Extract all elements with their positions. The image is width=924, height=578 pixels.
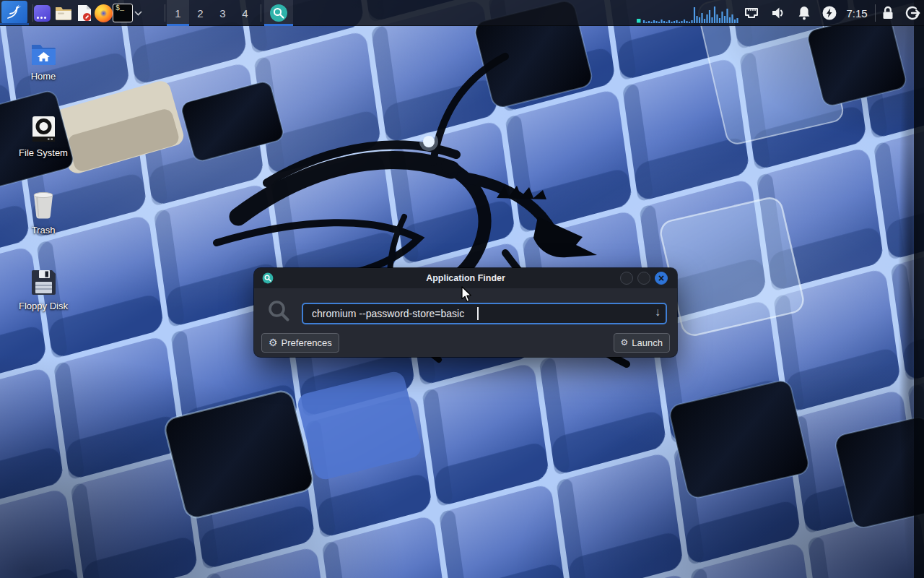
app-window-icon [34, 5, 51, 22]
notification-bell-icon[interactable] [796, 4, 813, 22]
launch-button[interactable]: ⚙ Launch [614, 333, 670, 353]
audio-visualizer [637, 1, 741, 25]
logout-icon [904, 4, 921, 22]
launcher-app-window[interactable] [32, 3, 52, 23]
close-icon: × [658, 273, 664, 283]
application-finder-icon [269, 4, 288, 22]
panel-clock[interactable]: 7:15 [840, 0, 873, 26]
search-input[interactable] [302, 303, 667, 324]
history-down-arrow-icon[interactable]: ↓ [655, 306, 661, 319]
search-icon [267, 299, 292, 324]
launch-gear-icon: ⚙ [621, 338, 629, 347]
desktop-icon-trash[interactable]: Trash [13, 191, 74, 236]
text-caret [477, 307, 479, 320]
maximize-button[interactable] [637, 272, 650, 285]
desktop-icon-label: Trash [13, 225, 74, 236]
launcher-terminal[interactable]: $_ [112, 3, 134, 23]
floppy-disk-icon [13, 269, 74, 296]
home-folder-icon [13, 42, 74, 66]
close-button[interactable]: × [655, 272, 668, 285]
launcher-firefox[interactable] [93, 3, 113, 23]
logout-button[interactable] [904, 4, 921, 22]
terminal-dropdown-button[interactable] [133, 3, 143, 23]
trash-bin-icon [13, 191, 74, 220]
launcher-file-manager[interactable] [53, 3, 74, 23]
lock-screen-button[interactable] [879, 4, 897, 22]
mouse-cursor [461, 286, 474, 303]
window-title: Application Finder [254, 273, 677, 283]
file-manager-icon [55, 6, 72, 20]
desktop-icon-label: Home [13, 71, 74, 82]
desktop-icon-floppy-disk[interactable]: Floppy Disk [13, 269, 74, 311]
minimize-button[interactable] [620, 272, 633, 285]
workspace-button-4[interactable]: 4 [234, 0, 256, 26]
kali-menu-active-indicator [0, 23, 29, 25]
power-manager-icon[interactable] [821, 4, 838, 22]
desktop-icon-file-system[interactable]: File System [13, 116, 74, 158]
titlebar[interactable]: Application Finder × [254, 268, 677, 288]
terminal-icon: $_ [113, 4, 133, 22]
desktop-icon-home[interactable]: Home [13, 42, 74, 82]
panel-separator [261, 4, 261, 22]
workspace-button-2[interactable]: 2 [189, 0, 212, 26]
workspace-button-3[interactable]: 3 [212, 0, 234, 26]
volume-icon[interactable] [770, 4, 787, 22]
preferences-button[interactable]: ⚙ Preferences [261, 333, 339, 353]
search-field-wrap: ↓ [302, 303, 667, 324]
wired-network-icon[interactable] [743, 4, 760, 22]
panel-separator [165, 4, 165, 22]
text-editor-icon [77, 4, 92, 22]
desktop: Home File System Trash [0, 0, 924, 578]
panel-separator [875, 4, 876, 22]
taskbar-application-finder[interactable] [264, 0, 293, 26]
gear-icon: ⚙ [269, 337, 278, 348]
chevron-down-icon [134, 11, 142, 16]
application-finder-window: Application Finder × ↓ ⚙ Preferences ⚙ L… [254, 268, 677, 357]
kali-dragon-icon [5, 4, 24, 21]
desktop-icon-label: File System [13, 147, 74, 158]
kali-menu-button[interactable] [1, 1, 27, 24]
firefox-icon [95, 4, 113, 22]
hard-disk-icon [13, 116, 74, 143]
lock-icon [880, 4, 896, 22]
top-panel: $_ 1 2 3 4 [0, 0, 924, 26]
workspace-button-1[interactable]: 1 [167, 0, 189, 26]
desktop-icon-label: Floppy Disk [13, 301, 74, 311]
launcher-text-editor[interactable] [74, 3, 95, 23]
